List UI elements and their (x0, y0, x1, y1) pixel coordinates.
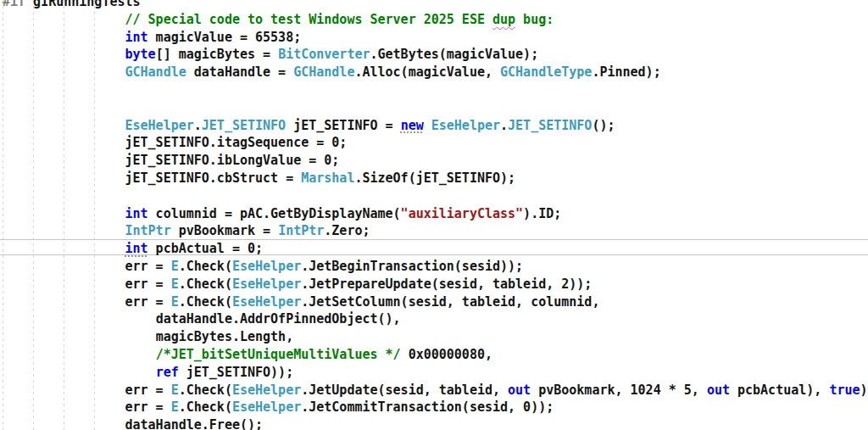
code-token-keyword: int (125, 30, 148, 45)
code-token-default: .JetPrepareUpdate(sesid, tableid, 2)); (301, 276, 592, 292)
code-token-type: E (171, 399, 179, 415)
code-token-default: jET_SETINFO.cbStruct = (125, 170, 302, 186)
code-line[interactable]: dataHandle.Free(); (3, 416, 868, 430)
code-editor[interactable]: #if gIRunningTests // Special code to te… (0, 0, 868, 430)
code-token-default: .JetUpdate(sesid, tableid, (301, 383, 508, 398)
code-token-default: .SizeOf(jET_SETINFO); (354, 170, 515, 186)
code-line[interactable] (3, 81, 868, 99)
indent-spaces (3, 206, 125, 221)
code-token-type: JET_SETINFO (508, 118, 592, 133)
code-token-type: IntPtr (278, 223, 324, 238)
indent-spaces (3, 135, 125, 150)
code-token-default: .Check( (179, 399, 232, 415)
code-token-default: [] magicBytes = (156, 47, 279, 62)
code-line[interactable]: EseHelper.JET_SETINFO jET_SETINFO = new … (3, 117, 868, 135)
code-line[interactable]: err = E.Check(EseHelper.JetUpdate(sesid,… (3, 382, 868, 399)
indent-spaces (3, 276, 125, 292)
code-token-keyword: int (125, 206, 148, 221)
code-token-default: err = (125, 294, 171, 310)
code-token-default: pcbActual), (730, 383, 829, 398)
code-token-default: jET_SETINFO.ibLongValue = 0; (125, 153, 340, 168)
code-line[interactable]: int magicValue = 65538; (3, 29, 868, 47)
code-lines: #if gIRunningTests // Special code to te… (3, 0, 868, 430)
code-line[interactable]: /*JET_bitSetUniqueMultiValues */ 0x00000… (3, 346, 868, 364)
code-token-type: GCHandle (125, 64, 186, 80)
code-token-default: (); (592, 118, 615, 133)
indent-spaces (3, 241, 125, 256)
code-line[interactable]: #if gIRunningTests (3, 0, 868, 11)
code-token-type: Marshal (301, 170, 354, 186)
indent-spaces (3, 47, 125, 62)
code-token-default: magicBytes.Length, (156, 329, 294, 344)
code-line[interactable] (3, 99, 868, 117)
code-token-default: .JetCommitTransaction(sesid, 0)); (301, 399, 554, 415)
code-line[interactable]: magicBytes.Length, (3, 328, 868, 346)
code-token-comment: bug: (515, 12, 554, 27)
code-token-type: EseHelper (232, 259, 301, 274)
code-token-default: . (194, 118, 202, 133)
indent-spaces (3, 311, 156, 327)
code-token-default: . (500, 118, 508, 133)
code-line-current[interactable]: int pcbActual = 0; (3, 240, 868, 258)
code-line[interactable] (3, 187, 868, 205)
code-token-default: pcbActual = 0; (148, 241, 263, 256)
code-line[interactable]: jET_SETINFO.cbStruct = Marshal.SizeOf(jE… (3, 170, 868, 187)
code-token-default: err = (125, 276, 171, 292)
code-token-type: E (171, 294, 179, 310)
code-line[interactable]: ref jET_SETINFO)); (3, 364, 868, 382)
code-token-keyword: byte (125, 47, 156, 62)
code-token-default: .JetBeginTransaction(sesid)); (301, 259, 523, 274)
indent-spaces (3, 399, 125, 415)
code-token-preprocessor: #if (3, 0, 25, 9)
code-line[interactable]: IntPtr pvBookmark = IntPtr.Zero; (3, 222, 868, 240)
code-token-type: GCHandle (293, 64, 354, 80)
indent-spaces (3, 365, 156, 380)
code-token-default: dataHandle.AddrOfPinnedObject(), (156, 311, 401, 327)
indent-spaces (3, 118, 125, 133)
code-token-default: .Check( (179, 259, 232, 274)
code-line[interactable]: err = E.Check(EseHelper.JetPrepareUpdate… (3, 276, 868, 293)
code-line[interactable]: err = E.Check(EseHelper.JetSetColumn(ses… (3, 293, 868, 311)
code-line[interactable]: err = E.Check(EseHelper.JetBeginTransact… (3, 258, 868, 276)
code-token-default: jET_SETINFO = (286, 118, 400, 133)
code-token-default: .Zero; (324, 223, 370, 238)
code-token-comment: // Special code to test Windows Server 2… (125, 12, 492, 27)
code-token-type: EseHelper (232, 399, 301, 415)
code-token-keyword: true (829, 383, 860, 398)
code-token-keyword: ref (156, 365, 179, 380)
code-token-default: .JetSetColumn(sesid, tableid, columnid, (301, 294, 599, 310)
code-line[interactable]: GCHandle dataHandle = GCHandle.Alloc(mag… (3, 64, 868, 81)
code-token-default: dataHandle.Free(); (125, 417, 264, 430)
code-token-default: ); (860, 383, 868, 398)
indent-spaces (3, 347, 156, 362)
code-token-type: E (171, 383, 179, 398)
code-line[interactable]: // Special code to test Windows Server 2… (3, 11, 868, 29)
code-token-default: pvBookmark = (171, 223, 278, 238)
code-line[interactable]: int columnid = pAC.GetByDisplayName("aux… (3, 205, 868, 223)
code-token-default: pvBookmark, 1024 * 5, (531, 383, 707, 398)
code-line[interactable]: jET_SETINFO.ibLongValue = 0; (3, 152, 868, 170)
code-token-keyword: out (707, 383, 730, 398)
indent-spaces (3, 383, 125, 398)
indent-spaces (3, 259, 125, 274)
code-token-type: EseHelper (125, 118, 194, 133)
code-token-default: err = (125, 259, 171, 274)
code-token-type: EseHelper (232, 383, 301, 398)
code-token-default: ).ID; (523, 206, 561, 221)
indent-spaces (3, 329, 156, 344)
code-token-keyword: out (508, 383, 531, 398)
code-token-default: jET_SETINFO)); (179, 365, 293, 380)
code-token-type: EseHelper (232, 276, 301, 292)
code-line[interactable]: err = E.Check(EseHelper.JetCommitTransac… (3, 399, 868, 416)
code-line[interactable]: jET_SETINFO.itagSequence = 0; (3, 134, 868, 152)
code-token-default: .Alloc(magicValue, (354, 64, 500, 80)
code-line[interactable]: byte[] magicBytes = BitConverter.GetByte… (3, 46, 868, 64)
code-token-comment: /*JET_bitSetUniqueMultiValues */ (156, 347, 401, 362)
code-token-default: .GetBytes(magicValue); (370, 47, 539, 62)
indent-spaces (3, 64, 125, 80)
code-token-type: EseHelper (431, 118, 500, 133)
code-token-default: magicValue = 65538; (148, 30, 302, 45)
code-token-default: 0x00000080, (401, 347, 492, 362)
code-token-type: JET_SETINFO (202, 118, 286, 133)
code-line[interactable]: dataHandle.AddrOfPinnedObject(), (3, 310, 868, 328)
